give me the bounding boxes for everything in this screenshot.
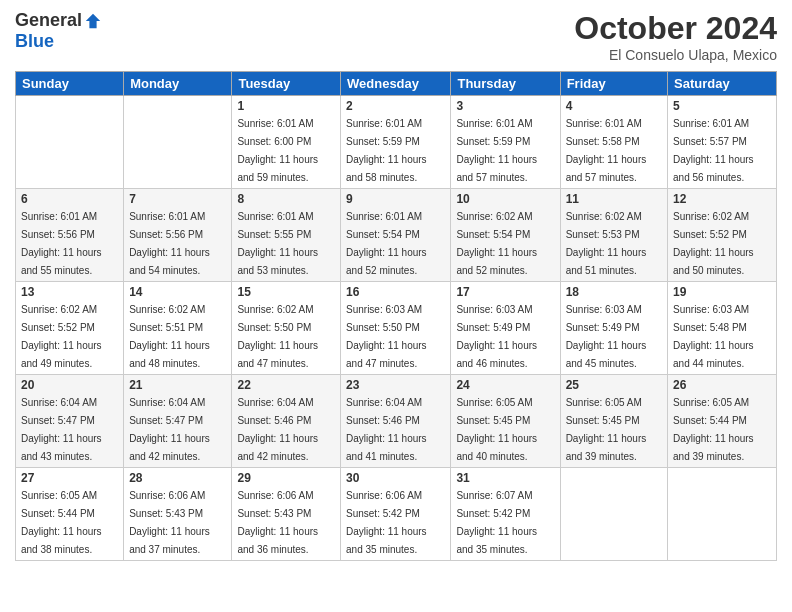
day-info: Sunrise: 6:07 AM Sunset: 5:42 PM Dayligh… xyxy=(456,490,537,555)
col-wednesday: Wednesday xyxy=(341,72,451,96)
day-info: Sunrise: 6:01 AM Sunset: 6:00 PM Dayligh… xyxy=(237,118,318,183)
calendar-cell-w4-d5: 25Sunrise: 6:05 AM Sunset: 5:45 PM Dayli… xyxy=(560,375,667,468)
day-info: Sunrise: 6:05 AM Sunset: 5:44 PM Dayligh… xyxy=(21,490,102,555)
day-info: Sunrise: 6:01 AM Sunset: 5:56 PM Dayligh… xyxy=(129,211,210,276)
day-number: 16 xyxy=(346,285,445,299)
day-number: 17 xyxy=(456,285,554,299)
day-number: 19 xyxy=(673,285,771,299)
day-number: 18 xyxy=(566,285,662,299)
day-info: Sunrise: 6:06 AM Sunset: 5:43 PM Dayligh… xyxy=(129,490,210,555)
day-info: Sunrise: 6:01 AM Sunset: 5:58 PM Dayligh… xyxy=(566,118,647,183)
day-info: Sunrise: 6:05 AM Sunset: 5:45 PM Dayligh… xyxy=(456,397,537,462)
month-title: October 2024 xyxy=(574,10,777,47)
calendar-cell-w2-d0: 6Sunrise: 6:01 AM Sunset: 5:56 PM Daylig… xyxy=(16,189,124,282)
week-row-1: 1Sunrise: 6:01 AM Sunset: 6:00 PM Daylig… xyxy=(16,96,777,189)
day-number: 8 xyxy=(237,192,335,206)
col-monday: Monday xyxy=(124,72,232,96)
day-number: 3 xyxy=(456,99,554,113)
svg-marker-0 xyxy=(86,13,100,27)
logo-icon xyxy=(84,12,102,30)
day-number: 13 xyxy=(21,285,118,299)
day-info: Sunrise: 6:05 AM Sunset: 5:45 PM Dayligh… xyxy=(566,397,647,462)
day-number: 27 xyxy=(21,471,118,485)
calendar-cell-w1-d5: 4Sunrise: 6:01 AM Sunset: 5:58 PM Daylig… xyxy=(560,96,667,189)
calendar-page: General Blue October 2024 El Consuelo Ul… xyxy=(0,0,792,612)
calendar-cell-w5-d4: 31Sunrise: 6:07 AM Sunset: 5:42 PM Dayli… xyxy=(451,468,560,561)
week-row-5: 27Sunrise: 6:05 AM Sunset: 5:44 PM Dayli… xyxy=(16,468,777,561)
day-info: Sunrise: 6:01 AM Sunset: 5:57 PM Dayligh… xyxy=(673,118,754,183)
day-number: 21 xyxy=(129,378,226,392)
calendar-cell-w5-d5 xyxy=(560,468,667,561)
day-info: Sunrise: 6:03 AM Sunset: 5:48 PM Dayligh… xyxy=(673,304,754,369)
logo-blue-text: Blue xyxy=(15,31,54,52)
week-row-3: 13Sunrise: 6:02 AM Sunset: 5:52 PM Dayli… xyxy=(16,282,777,375)
calendar-cell-w5-d1: 28Sunrise: 6:06 AM Sunset: 5:43 PM Dayli… xyxy=(124,468,232,561)
day-info: Sunrise: 6:02 AM Sunset: 5:54 PM Dayligh… xyxy=(456,211,537,276)
title-block: October 2024 El Consuelo Ulapa, Mexico xyxy=(574,10,777,63)
calendar-cell-w1-d3: 2Sunrise: 6:01 AM Sunset: 5:59 PM Daylig… xyxy=(341,96,451,189)
calendar-cell-w5-d2: 29Sunrise: 6:06 AM Sunset: 5:43 PM Dayli… xyxy=(232,468,341,561)
calendar-cell-w3-d4: 17Sunrise: 6:03 AM Sunset: 5:49 PM Dayli… xyxy=(451,282,560,375)
day-info: Sunrise: 6:01 AM Sunset: 5:56 PM Dayligh… xyxy=(21,211,102,276)
calendar-cell-w4-d1: 21Sunrise: 6:04 AM Sunset: 5:47 PM Dayli… xyxy=(124,375,232,468)
col-saturday: Saturday xyxy=(668,72,777,96)
day-info: Sunrise: 6:02 AM Sunset: 5:52 PM Dayligh… xyxy=(673,211,754,276)
day-number: 25 xyxy=(566,378,662,392)
day-info: Sunrise: 6:03 AM Sunset: 5:49 PM Dayligh… xyxy=(566,304,647,369)
day-info: Sunrise: 6:03 AM Sunset: 5:50 PM Dayligh… xyxy=(346,304,427,369)
calendar-cell-w2-d3: 9Sunrise: 6:01 AM Sunset: 5:54 PM Daylig… xyxy=(341,189,451,282)
week-row-2: 6Sunrise: 6:01 AM Sunset: 5:56 PM Daylig… xyxy=(16,189,777,282)
day-number: 30 xyxy=(346,471,445,485)
day-number: 2 xyxy=(346,99,445,113)
calendar-cell-w2-d2: 8Sunrise: 6:01 AM Sunset: 5:55 PM Daylig… xyxy=(232,189,341,282)
calendar-cell-w1-d4: 3Sunrise: 6:01 AM Sunset: 5:59 PM Daylig… xyxy=(451,96,560,189)
day-info: Sunrise: 6:03 AM Sunset: 5:49 PM Dayligh… xyxy=(456,304,537,369)
logo-general-text: General xyxy=(15,10,82,31)
calendar-cell-w4-d6: 26Sunrise: 6:05 AM Sunset: 5:44 PM Dayli… xyxy=(668,375,777,468)
calendar-header-row: Sunday Monday Tuesday Wednesday Thursday… xyxy=(16,72,777,96)
calendar-table: Sunday Monday Tuesday Wednesday Thursday… xyxy=(15,71,777,561)
calendar-cell-w2-d6: 12Sunrise: 6:02 AM Sunset: 5:52 PM Dayli… xyxy=(668,189,777,282)
calendar-cell-w4-d2: 22Sunrise: 6:04 AM Sunset: 5:46 PM Dayli… xyxy=(232,375,341,468)
day-number: 26 xyxy=(673,378,771,392)
calendar-cell-w3-d2: 15Sunrise: 6:02 AM Sunset: 5:50 PM Dayli… xyxy=(232,282,341,375)
calendar-cell-w4-d0: 20Sunrise: 6:04 AM Sunset: 5:47 PM Dayli… xyxy=(16,375,124,468)
day-number: 23 xyxy=(346,378,445,392)
calendar-cell-w3-d5: 18Sunrise: 6:03 AM Sunset: 5:49 PM Dayli… xyxy=(560,282,667,375)
calendar-cell-w5-d0: 27Sunrise: 6:05 AM Sunset: 5:44 PM Dayli… xyxy=(16,468,124,561)
day-number: 31 xyxy=(456,471,554,485)
day-number: 24 xyxy=(456,378,554,392)
calendar-cell-w4-d3: 23Sunrise: 6:04 AM Sunset: 5:46 PM Dayli… xyxy=(341,375,451,468)
page-header: General Blue October 2024 El Consuelo Ul… xyxy=(15,10,777,63)
day-info: Sunrise: 6:01 AM Sunset: 5:54 PM Dayligh… xyxy=(346,211,427,276)
day-number: 12 xyxy=(673,192,771,206)
day-number: 9 xyxy=(346,192,445,206)
calendar-cell-w3-d3: 16Sunrise: 6:03 AM Sunset: 5:50 PM Dayli… xyxy=(341,282,451,375)
calendar-cell-w3-d6: 19Sunrise: 6:03 AM Sunset: 5:48 PM Dayli… xyxy=(668,282,777,375)
day-info: Sunrise: 6:04 AM Sunset: 5:47 PM Dayligh… xyxy=(129,397,210,462)
day-info: Sunrise: 6:02 AM Sunset: 5:52 PM Dayligh… xyxy=(21,304,102,369)
day-number: 5 xyxy=(673,99,771,113)
calendar-cell-w1-d6: 5Sunrise: 6:01 AM Sunset: 5:57 PM Daylig… xyxy=(668,96,777,189)
calendar-cell-w3-d0: 13Sunrise: 6:02 AM Sunset: 5:52 PM Dayli… xyxy=(16,282,124,375)
day-info: Sunrise: 6:04 AM Sunset: 5:47 PM Dayligh… xyxy=(21,397,102,462)
day-number: 7 xyxy=(129,192,226,206)
day-number: 1 xyxy=(237,99,335,113)
calendar-cell-w2-d4: 10Sunrise: 6:02 AM Sunset: 5:54 PM Dayli… xyxy=(451,189,560,282)
day-number: 28 xyxy=(129,471,226,485)
day-info: Sunrise: 6:06 AM Sunset: 5:43 PM Dayligh… xyxy=(237,490,318,555)
col-thursday: Thursday xyxy=(451,72,560,96)
logo: General Blue xyxy=(15,10,102,52)
day-info: Sunrise: 6:01 AM Sunset: 5:55 PM Dayligh… xyxy=(237,211,318,276)
day-number: 29 xyxy=(237,471,335,485)
calendar-cell-w1-d0 xyxy=(16,96,124,189)
day-info: Sunrise: 6:04 AM Sunset: 5:46 PM Dayligh… xyxy=(237,397,318,462)
day-number: 6 xyxy=(21,192,118,206)
day-info: Sunrise: 6:06 AM Sunset: 5:42 PM Dayligh… xyxy=(346,490,427,555)
calendar-cell-w2-d5: 11Sunrise: 6:02 AM Sunset: 5:53 PM Dayli… xyxy=(560,189,667,282)
day-number: 20 xyxy=(21,378,118,392)
calendar-cell-w2-d1: 7Sunrise: 6:01 AM Sunset: 5:56 PM Daylig… xyxy=(124,189,232,282)
day-number: 10 xyxy=(456,192,554,206)
day-info: Sunrise: 6:01 AM Sunset: 5:59 PM Dayligh… xyxy=(456,118,537,183)
location-text: El Consuelo Ulapa, Mexico xyxy=(574,47,777,63)
